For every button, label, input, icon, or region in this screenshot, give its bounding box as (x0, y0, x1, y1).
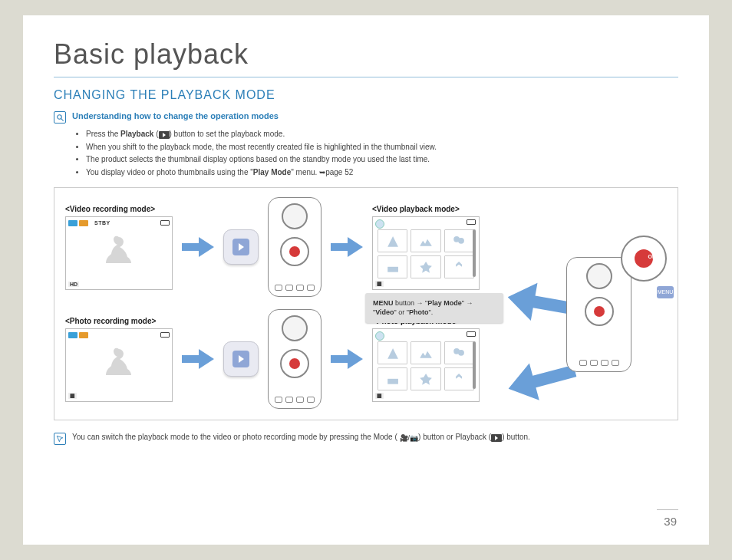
svg-point-0 (57, 114, 61, 119)
chip-icon (68, 220, 77, 226)
svg-point-6 (458, 350, 464, 356)
playback-button (223, 341, 259, 377)
person-silhouette (100, 232, 138, 278)
screen-video-play: ▦ (372, 216, 480, 290)
screen-video-record: STBY HD (65, 216, 173, 290)
playback-button (223, 229, 259, 265)
subhead-text: Understanding how to change the operatio… (72, 111, 279, 120)
chip-icon (79, 332, 88, 338)
scrollbar (473, 341, 476, 389)
footer-note: You can switch the playback mode to the … (54, 433, 678, 445)
battery-icon (467, 331, 476, 337)
res-tag: ▦ (375, 393, 384, 399)
bullet-2: When you shift to the playback mode, the… (86, 141, 678, 153)
section-heading: CHANGING THE PLAYBACK MODE (54, 88, 678, 102)
camcorder-illustration (268, 309, 321, 409)
note-icon (54, 433, 66, 445)
label-video-play: <Video playback mode> (372, 205, 480, 213)
svg-point-3 (458, 238, 464, 244)
svg-rect-4 (387, 267, 398, 272)
label-video-record: <Video recording mode> (65, 205, 173, 213)
page-number: 39 (664, 515, 677, 528)
video-mode-icon: 🎥/📷 (400, 434, 419, 442)
diagram-box: <Video recording mode> STBY HD (54, 187, 678, 420)
screen-photo-play: ▦ (372, 328, 480, 402)
playback-icon (159, 131, 170, 139)
chip-icon (79, 220, 88, 226)
playback-icon (491, 434, 502, 442)
bullet-4: You display video or photo thumbnails us… (86, 166, 678, 179)
page-number-rule (657, 509, 678, 510)
arrow-right-icon (331, 349, 363, 369)
bullet-3: The product selects the thumbnail displa… (86, 153, 678, 166)
magnifier-icon (54, 111, 66, 124)
globe-icon (375, 331, 384, 341)
camcorder-large (566, 257, 631, 372)
page-title: Basic playback (54, 38, 678, 71)
res-tag: ▦ (68, 393, 77, 399)
dpad-enlarged (621, 236, 667, 282)
globe-icon (375, 219, 384, 229)
arrow-right-icon (182, 349, 214, 369)
camcorder-illustration (268, 197, 321, 297)
ok-label: OK (648, 254, 657, 259)
menu-callout: MENU button → "Play Mode" → "Video" or "… (365, 293, 503, 323)
arrow-right-icon (182, 237, 214, 257)
label-photo-record: <Photo recording mode> (65, 317, 173, 325)
res-tag: ▦ (375, 281, 384, 287)
bullet-1: Press the Playback () button to set the … (86, 128, 678, 140)
svg-line-1 (61, 118, 63, 120)
arrow-right-icon (331, 237, 363, 257)
person-silhouette (100, 344, 138, 390)
footer-text: You can switch the playback mode to the … (72, 433, 530, 442)
chip-icon (68, 332, 77, 338)
menu-button-illustration: MENU (657, 286, 674, 298)
battery-icon (160, 220, 170, 226)
bullet-list: Press the Playback () button to set the … (54, 128, 678, 178)
stby-label: STBY (94, 220, 110, 226)
scrollbar (473, 229, 476, 277)
subhead-row: Understanding how to change the operatio… (54, 111, 678, 124)
battery-icon (467, 219, 476, 225)
title-rule (54, 77, 678, 77)
hd-tag: HD (68, 282, 79, 287)
screen-photo-record: ▦ (65, 328, 173, 402)
manual-page: Basic playback CHANGING THE PLAYBACK MOD… (23, 15, 709, 545)
svg-rect-7 (387, 379, 398, 384)
battery-icon (160, 332, 170, 338)
